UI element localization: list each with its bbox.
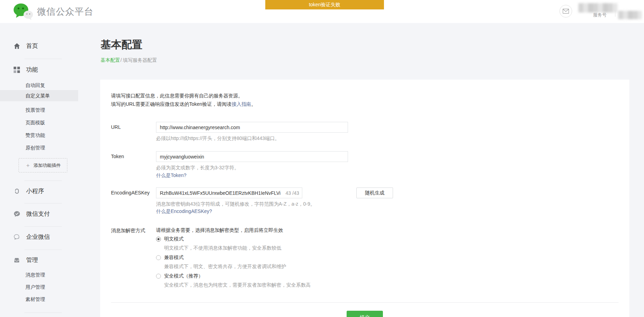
breadcrumb-link-basic-config[interactable]: 基本配置 (101, 57, 120, 63)
envelope-icon (563, 9, 569, 14)
random-generate-button[interactable]: 随机生成 (356, 187, 393, 198)
sidebar-item-page-template[interactable]: 页面模版 (25, 120, 45, 126)
sidebar-divider (24, 226, 62, 227)
account-type-label: 服务号 (593, 12, 607, 18)
wechat-mp-basic-config-page: 微信公众平台 token验证失败 服务号 首页 (0, 0, 644, 317)
aeskey-input[interactable] (156, 187, 302, 198)
radio-plaintext-desc: 明文模式下，不使用消息体加解密功能，安全系数较低 (164, 245, 281, 251)
aeskey-help: 消息加密密钥由43位字符组成，可随机修改，字符范围为A-Z，a-z，0-9。 (156, 201, 315, 207)
radio-icon[interactable] (156, 237, 161, 242)
server-config-card: 请填写接口配置信息，此信息需要你拥有自己的服务器资源。 填写的URL需要正确响应… (100, 80, 629, 317)
crypto-description: 请根据业务需要，选择消息加解密类型，启用后将立即生效 (156, 227, 283, 233)
account-name-redacted (578, 3, 617, 13)
crypto-label: 消息加解密方式 (111, 227, 155, 234)
sidebar-item-reward-feature[interactable]: 赞赏功能 (25, 132, 45, 139)
sidebar-item-features[interactable]: 功能 (14, 66, 38, 74)
radio-icon[interactable] (156, 274, 161, 279)
wechat-logo-icon (13, 3, 34, 20)
sidebar-item-original-management[interactable]: 原创管理 (25, 145, 45, 151)
what-is-token-link[interactable]: 什么是Token? (156, 172, 186, 178)
aeskey-label: EncodingAESKey (111, 187, 155, 198)
add-plugin-label: 添加功能插件 (34, 162, 61, 169)
url-help: 必须以http://或https://开头，分别支持80端口和443端口。 (156, 135, 280, 142)
sidebar-item-label: 管理 (26, 256, 38, 264)
sidebar-item-mini-program[interactable]: 小程序 (14, 187, 44, 195)
add-plugin-button[interactable]: ＋ 添加功能插件 (18, 158, 67, 172)
intro-line-2: 填写的URL需要正确响应微信发送的Token验证，请阅读接入指南。 (111, 100, 256, 108)
radio-icon[interactable] (156, 255, 161, 260)
sidebar-item-auto-reply[interactable]: 自动回复 (25, 82, 45, 89)
breadcrumb-separator: / (120, 57, 122, 63)
url-label: URL (111, 122, 155, 133)
inbox-icon (14, 257, 20, 263)
sidebar-item-label: 功能 (26, 66, 38, 74)
sidebar-item-user-management[interactable]: 用户管理 (25, 284, 45, 290)
what-is-aeskey-link[interactable]: 什么是EncodingAESKey? (156, 208, 212, 214)
url-input[interactable] (156, 122, 348, 133)
work-wechat-icon (14, 234, 20, 240)
sidebar-item-vote-management[interactable]: 投票管理 (25, 107, 45, 113)
brand-title: 微信公众平台 (37, 6, 94, 18)
radio-compatible-desc: 兼容模式下，明文、密文将共存，方便开发者调试和维护 (164, 264, 286, 270)
grid-icon (14, 66, 20, 73)
url-row: URL (111, 122, 600, 133)
radio-compatible-mode[interactable]: 兼容模式 (156, 255, 184, 261)
header-divider (615, 10, 615, 17)
sidebar-item-work-wechat[interactable]: 企业微信 (14, 233, 50, 241)
page-title: 基本配置 (101, 38, 142, 52)
sidebar-item-label: 企业微信 (26, 233, 50, 241)
plus-icon: ＋ (25, 163, 31, 168)
sidebar-item-wechat-pay[interactable]: 微信支付 (14, 210, 50, 218)
sidebar-divider (24, 203, 62, 204)
account-action-redacted[interactable] (618, 11, 642, 19)
home-icon (14, 43, 20, 49)
token-help: 必须为英文或数字，长度为3-32字符。 (156, 164, 239, 171)
aeskey-link-row: 什么是EncodingAESKey? (156, 208, 212, 215)
breadcrumb: 基本配置/填写服务器配置 (101, 57, 157, 64)
sidebar-item-custom-menu[interactable]: 自定义菜单 (0, 90, 78, 101)
wechat-pay-icon (14, 211, 20, 217)
radio-secure-desc: 安全模式下，消息包为纯密文，需要开发者加密和解密，安全系数高 (164, 282, 311, 288)
token-label: Token (111, 151, 155, 162)
top-header: 微信公众平台 token验证失败 服务号 (0, 0, 644, 23)
sidebar-divider (24, 180, 62, 181)
sidebar: 首页 功能 自动回复 自定义菜单 投票管理 页面模版 赞赏功能 原创管理 ＋ 添… (0, 23, 79, 317)
toast-message: token验证失败 (309, 2, 340, 8)
sidebar-item-management[interactable]: 管理 (14, 256, 38, 264)
radio-plaintext-mode[interactable]: 明文模式 (156, 236, 184, 242)
intro-text: 请填写接口配置信息，此信息需要你拥有自己的服务器资源。 填写的URL需要正确响应… (111, 91, 256, 108)
breadcrumb-current: 填写服务器配置 (123, 57, 157, 63)
aeskey-row: EncodingAESKey 43 /43 随机生成 (111, 187, 600, 198)
token-input[interactable] (156, 151, 348, 162)
notifications-button[interactable] (560, 5, 572, 17)
intro-line-1: 请填写接口配置信息，此信息需要你拥有自己的服务器资源。 (111, 91, 256, 100)
token-link-row: 什么是Token? (156, 172, 186, 179)
header-account-area: 服务号 (553, 0, 644, 23)
sidebar-divider (24, 312, 62, 313)
mini-program-icon (14, 188, 20, 194)
sidebar-item-message-management[interactable]: 消息管理 (25, 272, 45, 278)
sidebar-item-label: 小程序 (26, 187, 44, 195)
token-row: Token (111, 151, 600, 162)
sidebar-item-home[interactable]: 首页 (14, 42, 38, 50)
sidebar-item-label: 首页 (26, 42, 38, 50)
toast-banner: token验证失败 (265, 0, 384, 9)
access-guide-link[interactable]: 接入指南 (231, 101, 251, 107)
submit-button[interactable]: 提交 (347, 311, 383, 317)
sidebar-item-label: 微信支付 (26, 210, 50, 218)
sidebar-divider (24, 250, 62, 250)
card-divider (111, 302, 619, 303)
sidebar-divider (24, 59, 62, 59)
brand[interactable]: 微信公众平台 (13, 3, 94, 20)
radio-secure-mode[interactable]: 安全模式（推荐） (156, 273, 203, 279)
sidebar-item-material-management[interactable]: 素材管理 (25, 296, 45, 303)
